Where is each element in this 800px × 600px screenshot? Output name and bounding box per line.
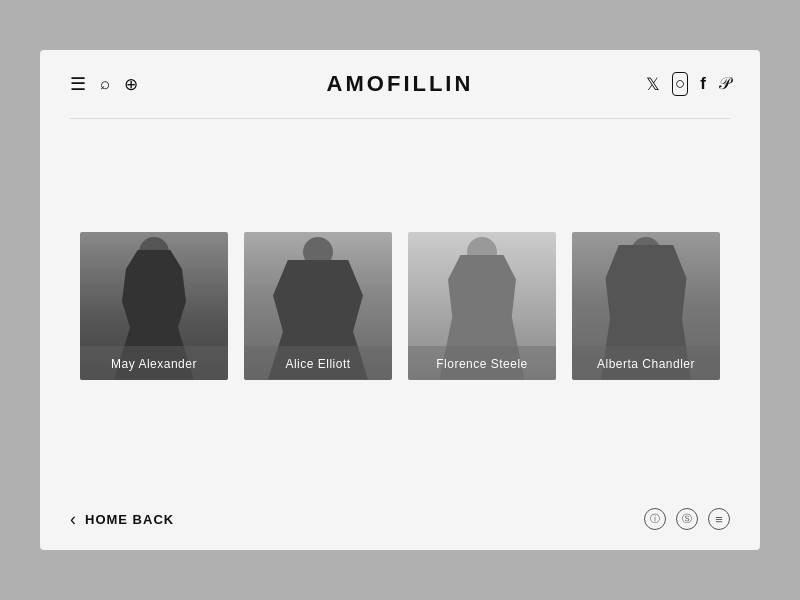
model-name-4: Alberta Chandler bbox=[597, 357, 695, 371]
model-card-3[interactable]: Florence Steele bbox=[408, 232, 556, 380]
app-window: ☰ ⌕ ⊕ AMOFILLIN 𝕏 ○ f 𝒫 May Alexander bbox=[40, 50, 760, 550]
models-grid: May Alexander Alice Elliott bbox=[80, 232, 720, 380]
model-overlay-1: May Alexander bbox=[80, 346, 228, 380]
model-name-1: May Alexander bbox=[111, 357, 197, 371]
social-icons: 𝕏 ○ f 𝒫 bbox=[646, 72, 730, 96]
model-card-1[interactable]: May Alexander bbox=[80, 232, 228, 380]
main-content: May Alexander Alice Elliott bbox=[40, 119, 760, 492]
menu-icon[interactable]: ☰ bbox=[70, 73, 86, 95]
model-overlay-3: Florence Steele bbox=[408, 346, 556, 380]
footer-icon-info[interactable]: ⓘ bbox=[644, 508, 666, 530]
back-label: HOME BACK bbox=[85, 512, 174, 527]
header-left: ☰ ⌕ ⊕ bbox=[70, 73, 138, 95]
search-icon[interactable]: ⌕ bbox=[100, 74, 110, 94]
model-name-3: Florence Steele bbox=[436, 357, 528, 371]
footer: ‹ HOME BACK ⓘ Ⓢ ≡ bbox=[40, 492, 760, 550]
footer-icons: ⓘ Ⓢ ≡ bbox=[644, 508, 730, 530]
footer-icon-menu[interactable]: ≡ bbox=[708, 508, 730, 530]
pinterest-icon[interactable]: 𝒫 bbox=[718, 74, 730, 94]
model-overlay-2: Alice Elliott bbox=[244, 346, 392, 380]
instagram-icon[interactable]: ○ bbox=[672, 72, 688, 96]
globe-icon[interactable]: ⊕ bbox=[124, 74, 138, 95]
site-title: AMOFILLIN bbox=[327, 71, 474, 97]
facebook-icon[interactable]: f bbox=[700, 74, 706, 94]
model-name-2: Alice Elliott bbox=[285, 357, 350, 371]
header: ☰ ⌕ ⊕ AMOFILLIN 𝕏 ○ f 𝒫 bbox=[40, 50, 760, 118]
model-overlay-4: Alberta Chandler bbox=[572, 346, 720, 380]
model-card-2[interactable]: Alice Elliott bbox=[244, 232, 392, 380]
twitter-icon[interactable]: 𝕏 bbox=[646, 74, 660, 95]
back-button[interactable]: ‹ HOME BACK bbox=[70, 509, 174, 530]
footer-icon-s[interactable]: Ⓢ bbox=[676, 508, 698, 530]
model-card-4[interactable]: Alberta Chandler bbox=[572, 232, 720, 380]
back-arrow-icon: ‹ bbox=[70, 509, 77, 530]
